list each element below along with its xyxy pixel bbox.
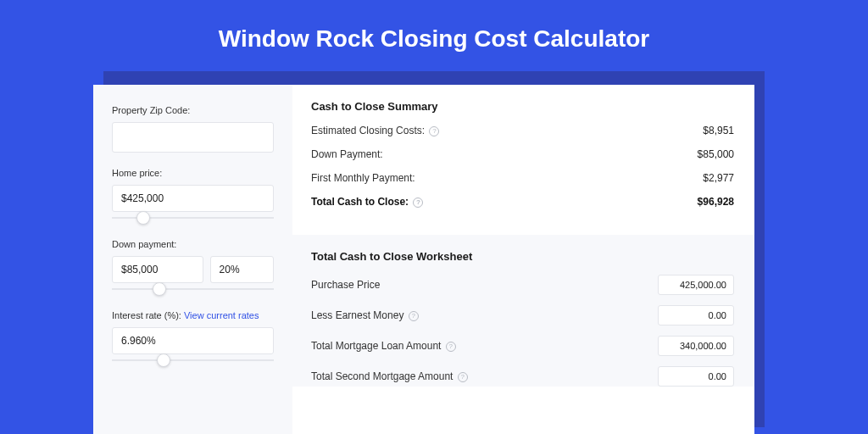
summary-total-value: $96,928 — [698, 196, 734, 208]
worksheet-row: Total Second Mortgage Amount ? — [311, 366, 734, 387]
help-icon[interactable]: ? — [413, 198, 423, 208]
worksheet-row: Purchase Price — [311, 275, 734, 295]
worksheet-label: Total Second Mortgage Amount ? — [311, 370, 468, 382]
summary-value: $85,000 — [698, 148, 734, 160]
summary-value: $2,977 — [703, 172, 734, 184]
worksheet-row: Less Earnest Money ? — [311, 305, 734, 326]
summary-row: Down Payment: $85,000 — [311, 148, 734, 160]
down-payment-input[interactable] — [112, 256, 203, 283]
slider-thumb[interactable] — [157, 353, 170, 367]
summary-label: First Monthly Payment: — [311, 172, 415, 184]
down-payment-pct-input[interactable] — [210, 256, 274, 283]
worksheet-input[interactable] — [658, 275, 734, 295]
help-icon[interactable]: ? — [446, 342, 456, 352]
down-payment-slider[interactable] — [112, 285, 274, 297]
summary-label: Estimated Closing Costs: ? — [311, 125, 439, 136]
inputs-panel: Property Zip Code: Home price: Down paym… — [93, 85, 292, 434]
results-panel: Cash to Close Summary Estimated Closing … — [292, 85, 754, 434]
summary-label: Down Payment: — [311, 148, 383, 160]
zip-input[interactable] — [112, 122, 274, 153]
slider-thumb[interactable] — [153, 282, 166, 296]
summary-row: Estimated Closing Costs: ? $8,951 — [311, 125, 734, 136]
interest-rate-slider[interactable] — [112, 356, 274, 368]
zip-label: Property Zip Code: — [112, 105, 274, 115]
home-price-slider[interactable] — [112, 214, 274, 225]
worksheet-row: Total Mortgage Loan Amount ? — [311, 336, 734, 356]
worksheet-input[interactable] — [658, 305, 734, 326]
worksheet-panel: Total Cash to Close Worksheet Purchase P… — [292, 235, 754, 387]
home-price-label: Home price: — [112, 168, 274, 178]
summary-total-row: Total Cash to Close: ? $96,928 — [311, 196, 734, 208]
view-rates-link[interactable]: View current rates — [184, 310, 259, 320]
home-price-input[interactable] — [112, 185, 274, 212]
page-title: Window Rock Closing Cost Calculator — [0, 0, 868, 71]
worksheet-input[interactable] — [658, 336, 734, 356]
worksheet-label: Less Earnest Money ? — [311, 309, 419, 321]
summary-row: First Monthly Payment: $2,977 — [311, 172, 734, 184]
worksheet-label: Total Mortgage Loan Amount ? — [311, 340, 456, 352]
help-icon[interactable]: ? — [409, 311, 419, 321]
interest-rate-label: Interest rate (%): View current rates — [112, 310, 274, 320]
summary-heading: Cash to Close Summary — [311, 100, 734, 113]
calculator-card: Property Zip Code: Home price: Down paym… — [93, 85, 754, 434]
help-icon[interactable]: ? — [429, 126, 439, 136]
interest-rate-input[interactable] — [112, 327, 274, 354]
help-icon[interactable]: ? — [458, 372, 468, 382]
worksheet-heading: Total Cash to Close Worksheet — [311, 250, 734, 263]
interest-label-text: Interest rate (%): — [112, 310, 184, 320]
summary-total-label: Total Cash to Close: ? — [311, 196, 423, 208]
worksheet-label: Purchase Price — [311, 279, 380, 291]
slider-thumb[interactable] — [136, 211, 150, 225]
summary-value: $8,951 — [703, 125, 734, 136]
worksheet-input[interactable] — [658, 366, 734, 387]
down-payment-label: Down payment: — [112, 239, 274, 249]
card-shadow: Property Zip Code: Home price: Down paym… — [103, 71, 765, 427]
